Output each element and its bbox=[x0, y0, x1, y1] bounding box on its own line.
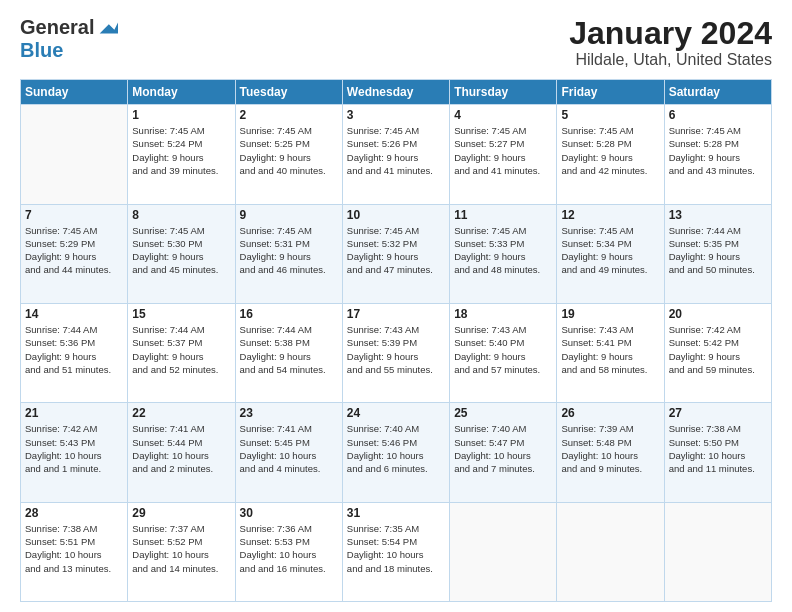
table-row: 10Sunrise: 7:45 AMSunset: 5:32 PMDayligh… bbox=[342, 204, 449, 303]
daylight-line2: and and 41 minutes. bbox=[454, 164, 552, 177]
daylight-line2: and and 2 minutes. bbox=[132, 462, 230, 475]
sunrise-text: Sunrise: 7:40 AM bbox=[347, 422, 445, 435]
daylight-line2: and and 9 minutes. bbox=[561, 462, 659, 475]
sunset-text: Sunset: 5:25 PM bbox=[240, 137, 338, 150]
sunrise-text: Sunrise: 7:45 AM bbox=[669, 124, 767, 137]
day-info: Sunrise: 7:45 AMSunset: 5:25 PMDaylight:… bbox=[240, 124, 338, 177]
table-row: 20Sunrise: 7:42 AMSunset: 5:42 PMDayligh… bbox=[664, 303, 771, 402]
col-friday: Friday bbox=[557, 80, 664, 105]
sunset-text: Sunset: 5:41 PM bbox=[561, 336, 659, 349]
table-row bbox=[557, 502, 664, 601]
svg-marker-0 bbox=[100, 22, 118, 33]
day-info: Sunrise: 7:45 AMSunset: 5:33 PMDaylight:… bbox=[454, 224, 552, 277]
sunrise-text: Sunrise: 7:45 AM bbox=[25, 224, 123, 237]
daylight-line1: Daylight: 9 hours bbox=[240, 350, 338, 363]
daylight-line2: and and 41 minutes. bbox=[347, 164, 445, 177]
daylight-line2: and and 14 minutes. bbox=[132, 562, 230, 575]
calendar-week-row: 14Sunrise: 7:44 AMSunset: 5:36 PMDayligh… bbox=[21, 303, 772, 402]
day-info: Sunrise: 7:36 AMSunset: 5:53 PMDaylight:… bbox=[240, 522, 338, 575]
daylight-line2: and and 7 minutes. bbox=[454, 462, 552, 475]
sunrise-text: Sunrise: 7:43 AM bbox=[347, 323, 445, 336]
daylight-line2: and and 11 minutes. bbox=[669, 462, 767, 475]
daylight-line1: Daylight: 10 hours bbox=[347, 449, 445, 462]
sunrise-text: Sunrise: 7:41 AM bbox=[240, 422, 338, 435]
day-number: 22 bbox=[132, 406, 230, 420]
day-number: 25 bbox=[454, 406, 552, 420]
sunset-text: Sunset: 5:51 PM bbox=[25, 535, 123, 548]
table-row: 11Sunrise: 7:45 AMSunset: 5:33 PMDayligh… bbox=[450, 204, 557, 303]
day-number: 1 bbox=[132, 108, 230, 122]
sunset-text: Sunset: 5:45 PM bbox=[240, 436, 338, 449]
sunset-text: Sunset: 5:46 PM bbox=[347, 436, 445, 449]
sunset-text: Sunset: 5:50 PM bbox=[669, 436, 767, 449]
sunrise-text: Sunrise: 7:45 AM bbox=[347, 224, 445, 237]
col-thursday: Thursday bbox=[450, 80, 557, 105]
table-row: 25Sunrise: 7:40 AMSunset: 5:47 PMDayligh… bbox=[450, 403, 557, 502]
day-info: Sunrise: 7:38 AMSunset: 5:51 PMDaylight:… bbox=[25, 522, 123, 575]
sunset-text: Sunset: 5:28 PM bbox=[669, 137, 767, 150]
table-row: 2Sunrise: 7:45 AMSunset: 5:25 PMDaylight… bbox=[235, 105, 342, 204]
table-row: 19Sunrise: 7:43 AMSunset: 5:41 PMDayligh… bbox=[557, 303, 664, 402]
col-tuesday: Tuesday bbox=[235, 80, 342, 105]
day-number: 8 bbox=[132, 208, 230, 222]
table-row: 24Sunrise: 7:40 AMSunset: 5:46 PMDayligh… bbox=[342, 403, 449, 502]
sunset-text: Sunset: 5:38 PM bbox=[240, 336, 338, 349]
table-row: 14Sunrise: 7:44 AMSunset: 5:36 PMDayligh… bbox=[21, 303, 128, 402]
day-info: Sunrise: 7:45 AMSunset: 5:29 PMDaylight:… bbox=[25, 224, 123, 277]
daylight-line1: Daylight: 10 hours bbox=[561, 449, 659, 462]
day-number: 6 bbox=[669, 108, 767, 122]
col-wednesday: Wednesday bbox=[342, 80, 449, 105]
table-row: 29Sunrise: 7:37 AMSunset: 5:52 PMDayligh… bbox=[128, 502, 235, 601]
daylight-line1: Daylight: 9 hours bbox=[561, 151, 659, 164]
page: General Blue January 2024 Hildale, Utah,… bbox=[0, 0, 792, 612]
daylight-line2: and and 45 minutes. bbox=[132, 263, 230, 276]
sunset-text: Sunset: 5:35 PM bbox=[669, 237, 767, 250]
sunset-text: Sunset: 5:48 PM bbox=[561, 436, 659, 449]
table-row bbox=[21, 105, 128, 204]
col-sunday: Sunday bbox=[21, 80, 128, 105]
month-title: January 2024 bbox=[569, 16, 772, 51]
sunrise-text: Sunrise: 7:43 AM bbox=[454, 323, 552, 336]
day-number: 10 bbox=[347, 208, 445, 222]
daylight-line2: and and 43 minutes. bbox=[669, 164, 767, 177]
day-number: 23 bbox=[240, 406, 338, 420]
sunrise-text: Sunrise: 7:43 AM bbox=[561, 323, 659, 336]
day-info: Sunrise: 7:40 AMSunset: 5:46 PMDaylight:… bbox=[347, 422, 445, 475]
daylight-line2: and and 51 minutes. bbox=[25, 363, 123, 376]
daylight-line1: Daylight: 9 hours bbox=[240, 151, 338, 164]
table-row: 12Sunrise: 7:45 AMSunset: 5:34 PMDayligh… bbox=[557, 204, 664, 303]
sunset-text: Sunset: 5:42 PM bbox=[669, 336, 767, 349]
day-info: Sunrise: 7:45 AMSunset: 5:31 PMDaylight:… bbox=[240, 224, 338, 277]
sunset-text: Sunset: 5:36 PM bbox=[25, 336, 123, 349]
day-number: 5 bbox=[561, 108, 659, 122]
day-info: Sunrise: 7:44 AMSunset: 5:37 PMDaylight:… bbox=[132, 323, 230, 376]
calendar-table: Sunday Monday Tuesday Wednesday Thursday… bbox=[20, 79, 772, 602]
header: General Blue January 2024 Hildale, Utah,… bbox=[20, 16, 772, 69]
daylight-line1: Daylight: 9 hours bbox=[669, 250, 767, 263]
day-info: Sunrise: 7:42 AMSunset: 5:43 PMDaylight:… bbox=[25, 422, 123, 475]
daylight-line2: and and 42 minutes. bbox=[561, 164, 659, 177]
daylight-line1: Daylight: 9 hours bbox=[454, 350, 552, 363]
day-info: Sunrise: 7:45 AMSunset: 5:28 PMDaylight:… bbox=[669, 124, 767, 177]
day-number: 21 bbox=[25, 406, 123, 420]
table-row: 3Sunrise: 7:45 AMSunset: 5:26 PMDaylight… bbox=[342, 105, 449, 204]
calendar-header-row: Sunday Monday Tuesday Wednesday Thursday… bbox=[21, 80, 772, 105]
sunrise-text: Sunrise: 7:40 AM bbox=[454, 422, 552, 435]
daylight-line1: Daylight: 9 hours bbox=[132, 250, 230, 263]
daylight-line1: Daylight: 10 hours bbox=[347, 548, 445, 561]
sunrise-text: Sunrise: 7:44 AM bbox=[132, 323, 230, 336]
day-number: 26 bbox=[561, 406, 659, 420]
sunset-text: Sunset: 5:28 PM bbox=[561, 137, 659, 150]
title-area: January 2024 Hildale, Utah, United State… bbox=[569, 16, 772, 69]
day-number: 17 bbox=[347, 307, 445, 321]
table-row: 9Sunrise: 7:45 AMSunset: 5:31 PMDaylight… bbox=[235, 204, 342, 303]
sunset-text: Sunset: 5:24 PM bbox=[132, 137, 230, 150]
day-number: 19 bbox=[561, 307, 659, 321]
sunset-text: Sunset: 5:32 PM bbox=[347, 237, 445, 250]
logo-general-text: General bbox=[20, 16, 94, 39]
daylight-line1: Daylight: 10 hours bbox=[132, 449, 230, 462]
sunrise-text: Sunrise: 7:44 AM bbox=[25, 323, 123, 336]
daylight-line2: and and 6 minutes. bbox=[347, 462, 445, 475]
daylight-line1: Daylight: 9 hours bbox=[240, 250, 338, 263]
day-info: Sunrise: 7:44 AMSunset: 5:36 PMDaylight:… bbox=[25, 323, 123, 376]
